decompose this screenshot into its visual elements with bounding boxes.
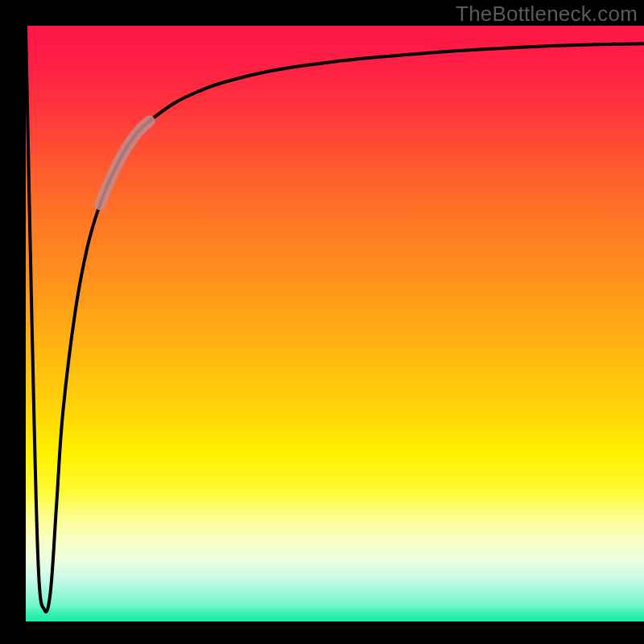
bottleneck-curve [26,26,644,612]
highlight-segment [100,121,149,204]
watermark-text: TheBottleneck.com [456,2,638,27]
curve-svg [26,26,644,621]
plot-area [26,26,644,621]
chart-frame: TheBottleneck.com [0,0,644,644]
